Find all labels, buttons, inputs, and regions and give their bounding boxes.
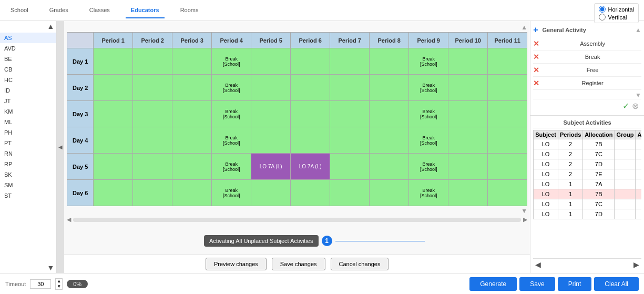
timetable-cell[interactable] <box>370 154 409 180</box>
timetable-cell[interactable]: Break[School] <box>212 101 251 127</box>
timetable-cell[interactable] <box>94 180 133 206</box>
timetable-cell[interactable] <box>291 180 330 206</box>
timeout-up[interactable]: ▲ <box>56 279 62 284</box>
timetable-cell[interactable] <box>251 48 291 75</box>
sidebar-item-sm[interactable]: SM <box>0 180 56 190</box>
timetable-cell[interactable] <box>448 75 488 101</box>
timetable-cell[interactable] <box>133 75 172 101</box>
timetable-cell[interactable]: Break[School] <box>212 75 251 101</box>
timetable-cell[interactable] <box>172 48 212 75</box>
timetable-cell[interactable] <box>330 75 370 101</box>
timetable-cell[interactable] <box>448 180 488 206</box>
sa-scroll-right[interactable]: ▶ <box>631 260 641 269</box>
sidebar-item-be[interactable]: BE <box>0 54 56 64</box>
timetable-cell[interactable]: Break[School] <box>409 75 448 101</box>
timeout-down[interactable]: ▼ <box>56 284 62 289</box>
tab-rooms[interactable]: Rooms <box>175 3 204 18</box>
add-general-activity-button[interactable]: + <box>533 25 538 35</box>
vertical-radio-row[interactable]: Vertical <box>599 14 634 21</box>
timetable-cell[interactable] <box>94 75 133 101</box>
timetable-cell[interactable] <box>370 101 409 127</box>
timetable-cell[interactable] <box>291 75 330 101</box>
sidebar-item-km[interactable]: KM <box>0 106 56 117</box>
timetable-cell[interactable] <box>251 75 291 101</box>
timetable-cell[interactable] <box>330 154 370 180</box>
sidebar-scroll-down[interactable]: ▼ <box>47 263 55 272</box>
save-button[interactable]: Save <box>519 277 555 291</box>
timetable-cell[interactable] <box>330 180 370 206</box>
timetable-cell[interactable] <box>291 101 330 127</box>
timetable-scroll-up[interactable]: ▲ <box>521 24 527 31</box>
timetable-cell[interactable] <box>291 127 330 154</box>
timetable-cell[interactable]: Break[School] <box>409 127 448 154</box>
timetable-container[interactable]: ▲ Period 1Period 2Period 3Period 4Period… <box>64 21 530 255</box>
timetable-cell[interactable] <box>370 127 409 154</box>
h-scroll-left[interactable]: ◀ <box>67 216 71 223</box>
timetable-cell[interactable] <box>94 154 133 180</box>
timetable-cell[interactable] <box>133 180 172 206</box>
timetable-cell[interactable]: Break[School] <box>212 48 251 75</box>
timetable-cell[interactable] <box>448 101 488 127</box>
timetable-cell[interactable] <box>133 48 172 75</box>
clear-all-button[interactable]: Clear All <box>594 277 639 291</box>
timetable-cell[interactable] <box>488 101 527 127</box>
timetable-cell[interactable] <box>488 75 527 101</box>
ga-confirm-button[interactable]: ✓ <box>622 101 629 111</box>
timeout-spinner[interactable]: ▲ ▼ <box>55 278 63 290</box>
sidebar-item-hc[interactable]: HC <box>0 75 56 85</box>
timetable-cell[interactable] <box>448 154 488 180</box>
horizontal-radio-row[interactable]: Horizontal <box>599 6 634 13</box>
ga-remove-button[interactable]: ✕ <box>533 79 539 87</box>
timetable-cell[interactable]: Break[School] <box>409 180 448 206</box>
timetable-cell[interactable]: Break[School] <box>409 154 448 180</box>
timetable-cell[interactable] <box>488 48 527 75</box>
ga-remove-button[interactable]: ✕ <box>533 39 539 48</box>
tab-classes[interactable]: Classes <box>84 3 115 18</box>
timetable-cell[interactable] <box>251 101 291 127</box>
timetable-cell[interactable]: Break[School] <box>212 127 251 154</box>
timetable-cell[interactable] <box>330 127 370 154</box>
vertical-radio[interactable] <box>599 14 606 21</box>
sidebar-item-rn[interactable]: RN <box>0 148 56 159</box>
tab-educators[interactable]: Educators <box>126 3 165 18</box>
sidebar-item-sk[interactable]: SK <box>0 169 56 180</box>
timetable-cell[interactable]: Break[School] <box>212 180 251 206</box>
sa-scroll-left[interactable]: ◀ <box>533 260 543 269</box>
timetable-cell[interactable]: Break[School] <box>409 101 448 127</box>
preview-changes-button[interactable]: Preview changes <box>206 258 267 270</box>
generate-button[interactable]: Generate <box>469 277 517 291</box>
save-changes-button[interactable]: Save changes <box>272 258 325 270</box>
ga-scroll-down[interactable]: ▼ <box>635 92 641 99</box>
sidebar-item-jt[interactable]: JT <box>0 96 56 106</box>
timetable-cell[interactable] <box>370 180 409 206</box>
collapse-button[interactable]: ◀ <box>57 21 64 273</box>
sidebar-item-ml[interactable]: ML <box>0 117 56 127</box>
sidebar-item-pt[interactable]: PT <box>0 138 56 148</box>
timetable-cell[interactable] <box>172 101 212 127</box>
timetable-scroll-down[interactable]: ▼ <box>521 207 527 215</box>
sidebar-item-cb[interactable]: CB <box>0 64 56 75</box>
sa-scroll-area[interactable]: SubjectPeriodsAllocationGroupActiveLO27B… <box>533 130 641 258</box>
timetable-cell[interactable] <box>172 154 212 180</box>
tab-grades[interactable]: Grades <box>44 3 74 18</box>
timetable-cell[interactable] <box>251 180 291 206</box>
ga-cancel-button[interactable]: ⊗ <box>632 101 639 111</box>
timetable-cell[interactable]: Break[School] <box>409 48 448 75</box>
timetable-cell[interactable]: Break[School] <box>212 154 251 180</box>
timetable-cell[interactable] <box>172 180 212 206</box>
timetable-cell[interactable] <box>448 48 488 75</box>
sidebar-item-avd[interactable]: AVD <box>0 43 56 54</box>
timetable-cell[interactable] <box>94 48 133 75</box>
timeout-input[interactable] <box>30 279 51 289</box>
sidebar-item-id[interactable]: ID <box>0 85 56 96</box>
timetable-cell[interactable]: LO 7A (L) <box>251 154 291 180</box>
timetable-cell[interactable] <box>291 48 330 75</box>
sidebar-item-st[interactable]: ST <box>0 190 56 201</box>
timetable-cell[interactable] <box>133 154 172 180</box>
sidebar-item-ph[interactable]: PH <box>0 127 56 138</box>
timetable-cell[interactable] <box>172 75 212 101</box>
timetable-cell[interactable] <box>330 48 370 75</box>
h-scroll-right[interactable]: ▶ <box>523 216 527 223</box>
tab-school[interactable]: School <box>5 3 34 18</box>
sidebar-item-rp[interactable]: RP <box>0 159 56 169</box>
